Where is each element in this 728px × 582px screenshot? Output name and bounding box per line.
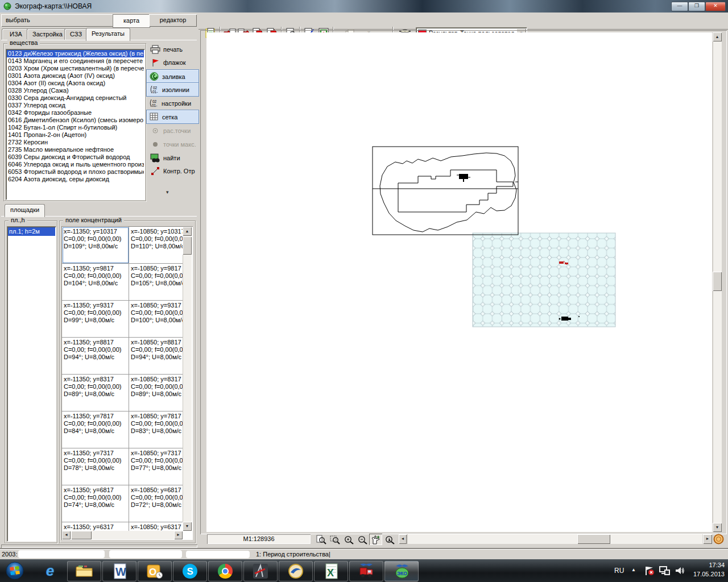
scroll-down-icon[interactable]: ▼: [713, 523, 722, 532]
fill-button[interactable]: заливка: [146, 69, 199, 84]
calc-points-button[interactable]: рас.точки: [148, 126, 197, 136]
scroll-right-icon[interactable]: ►: [174, 531, 183, 539]
maximize-button[interactable]: ❐: [688, 2, 705, 11]
zoom-window-button[interactable]: [328, 534, 341, 545]
taskbar-explorer-button[interactable]: [67, 561, 101, 581]
tools-more-arrow[interactable]: ▾: [166, 189, 169, 195]
concentration-cell[interactable]: x=-10850; y=10317C=0,00; f=0,00(0,00)D=1…: [129, 227, 183, 264]
scroll-left-icon[interactable]: ◄: [62, 531, 71, 539]
substance-item[interactable]: 2732 Керосин: [7, 139, 144, 146]
zoom-out-button[interactable]: [355, 534, 369, 545]
concentration-hscrollbar[interactable]: ◄ ►: [62, 531, 183, 539]
scroll-thumb[interactable]: [577, 534, 610, 544]
substance-item[interactable]: 0123 диЖелезо триоксид (Железа оксид) (в…: [7, 50, 144, 57]
start-button[interactable]: [5, 560, 25, 581]
tab-results[interactable]: Результаты: [86, 28, 130, 41]
scroll-up-icon[interactable]: ▲: [713, 32, 722, 41]
taskbar-autocad-button[interactable]: [243, 561, 278, 581]
substance-item[interactable]: 0328 Углерод (Сажа): [7, 87, 144, 94]
tab-zastroyka[interactable]: Застройка: [27, 28, 68, 40]
substance-item[interactable]: 6204 Азота диоксид, серы диоксид: [7, 176, 144, 183]
max-points-button[interactable]: точки макс.: [148, 139, 197, 149]
substance-item[interactable]: 0330 Сера диоксид-Ангидрид сернистый: [7, 94, 144, 102]
grid-button[interactable]: сетка: [146, 110, 199, 124]
substance-item[interactable]: 0616 Диметилбензол (Ксилол) (смесь изоме…: [7, 117, 144, 124]
full-extent-button[interactable]: [713, 534, 724, 544]
substance-item[interactable]: 0301 Азота диоксид (Азот (IV) оксид): [7, 72, 144, 80]
scroll-up-icon[interactable]: ▲: [183, 227, 192, 236]
minimize-button[interactable]: —: [671, 2, 688, 11]
substance-item[interactable]: 1042 Бутан-1-ол (Спирт н-бутиловый): [7, 124, 144, 131]
concentration-cell[interactable]: x=-10850; y=6317: [129, 522, 183, 531]
concentration-cell[interactable]: x=-11350; y=10317C=0,00; f=0,00(0,00)D=1…: [62, 227, 129, 264]
clock-time[interactable]: 17:34: [695, 562, 725, 568]
action-center-flag-icon[interactable]: [644, 566, 655, 576]
substance-item[interactable]: 0203 Хром (Хром шестивалентный) (в перес…: [7, 65, 144, 72]
substance-item[interactable]: 1401 Пропан-2-он (Ацетон): [7, 131, 144, 139]
concentration-cell[interactable]: x=-10850; y=8317C=0,00; f=0,00(0,00)D=89…: [129, 375, 183, 411]
concentration-cell[interactable]: x=-11350; y=7317C=0,00; f=0,00(0,00)D=78…: [62, 448, 129, 485]
map-hscroll-left-icon[interactable]: ◄: [399, 534, 407, 544]
concentration-cell[interactable]: x=-11350; y=8817C=0,00; f=0,00(0,00)D=94…: [62, 338, 129, 375]
concentration-cell[interactable]: x=-10850; y=9817C=0,00; f=0,00(0,00)D=10…: [129, 264, 183, 301]
scroll-thumb[interactable]: [71, 531, 92, 539]
tab-iza[interactable]: ИЗА: [2, 28, 30, 40]
language-indicator[interactable]: RU: [614, 567, 624, 575]
taskbar-sbis-button[interactable]: [279, 561, 313, 581]
zoom-select-button[interactable]: [383, 534, 396, 545]
concentration-cell[interactable]: x=-10850; y=7317C=0,00; f=0,00(0,00)D=77…: [129, 448, 183, 485]
concentration-cell[interactable]: x=-11350; y=9817C=0,00; f=0,00(0,00)D=10…: [62, 264, 129, 301]
flag-button[interactable]: флажок: [148, 57, 197, 68]
close-button[interactable]: ✕: [705, 2, 726, 11]
map-vscrollbar[interactable]: ▲ ▼: [713, 32, 722, 532]
substance-item[interactable]: 0342 Фториды газообразные: [7, 109, 144, 117]
tab-map[interactable]: карта: [113, 14, 150, 28]
scroll-thumb[interactable]: [713, 272, 722, 291]
zoom-in-button[interactable]: [342, 534, 355, 545]
print-button[interactable]: печать: [148, 44, 197, 55]
volume-icon[interactable]: [675, 566, 685, 576]
concentration-cell[interactable]: x=-11350; y=6317: [62, 522, 129, 531]
substance-item[interactable]: 0304 Азот (II) оксид (Азота оксид): [7, 80, 144, 87]
taskbar-word-button[interactable]: W: [102, 561, 136, 581]
taskbar-cargo-button[interactable]: [349, 561, 383, 581]
concentration-cell[interactable]: x=-10850; y=9317C=0,00; f=0,00(0,00)D=10…: [129, 301, 183, 338]
concentration-cell[interactable]: x=-11350; y=9317C=0,00; f=0,00(0,00)D=99…: [62, 301, 129, 338]
select-button[interactable]: выбрать: [1, 14, 117, 27]
concentration-cell[interactable]: x=-11350; y=7817C=0,00; f=0,00(0,00)D=84…: [62, 411, 129, 448]
taskbar-chrome-button[interactable]: [208, 561, 242, 581]
settings-button[interactable]: 0201- настройки: [146, 97, 198, 110]
substance-item[interactable]: 2735 Масло минеральное нефтяное: [7, 146, 144, 153]
concentration-vscrollbar[interactable]: ▲ ▼: [183, 227, 192, 531]
isolines-button[interactable]: 0201- изолинии: [146, 82, 199, 97]
tab-szz[interactable]: СЗЗ: [64, 28, 88, 40]
concentration-cell[interactable]: x=-11350; y=8317C=0,00; f=0,00(0,00)D=89…: [62, 375, 129, 411]
contour-button[interactable]: Контр. Отр: [148, 165, 198, 177]
tab-ploshchadki[interactable]: площадки: [5, 204, 45, 217]
substance-item[interactable]: 0337 Углерод оксид: [7, 102, 144, 109]
site-item[interactable]: пл.1; h=2м: [8, 227, 55, 236]
concentration-cell[interactable]: x=-10850; y=8817C=0,00; f=0,00(0,00)D=94…: [129, 338, 183, 375]
substance-item[interactable]: 0143 Марганец и его соединения (в пересч…: [7, 57, 144, 65]
scroll-down-icon[interactable]: ▼: [183, 522, 192, 531]
taskbar-excel-button[interactable]: X: [314, 561, 348, 581]
network-icon[interactable]: [659, 566, 670, 576]
taskbar-ie-button[interactable]: e: [38, 562, 63, 580]
map-hscroll-right-icon[interactable]: ►: [703, 534, 712, 544]
concentration-cell[interactable]: x=-11350; y=6817C=0,00; f=0,00(0,00)D=74…: [62, 485, 129, 522]
substance-item[interactable]: 6053 Фтористый водород и плохо растворим…: [7, 168, 144, 176]
pan-button[interactable]: [369, 534, 382, 545]
scroll-thumb[interactable]: [183, 236, 192, 255]
map-canvas[interactable]: [206, 32, 712, 532]
zoom-page-button[interactable]: [315, 534, 328, 545]
tray-expand-icon[interactable]: ▲: [631, 567, 636, 572]
substance-item[interactable]: 6046 Углерода оксид и пыль цементного пр…: [7, 161, 144, 168]
concentration-cell[interactable]: x=-10850; y=7817C=0,00; f=0,00(0,00)D=83…: [129, 411, 183, 448]
find-button[interactable]: найти: [148, 152, 197, 164]
map-hscrollbar[interactable]: [407, 534, 702, 544]
concentration-cell[interactable]: x=-10850; y=6817C=0,00; f=0,00(0,00)D=72…: [129, 485, 183, 522]
taskbar-outlook-button[interactable]: O: [138, 561, 172, 581]
taskbar-ekograf-button[interactable]: ЭКО: [384, 561, 419, 581]
taskbar-skype-button[interactable]: S: [173, 561, 207, 581]
substance-item[interactable]: 6039 Серы диоксид и Фтористый водород: [7, 153, 144, 161]
